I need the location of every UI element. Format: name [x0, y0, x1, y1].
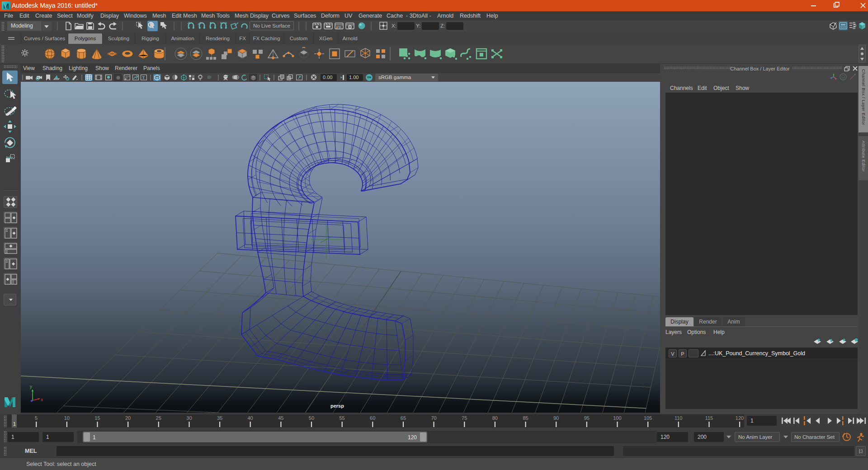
- svg-text:IPR: IPR: [336, 25, 342, 29]
- svg-text:65: 65: [401, 415, 406, 421]
- svg-text:60: 60: [370, 415, 375, 421]
- svg-text:5: 5: [35, 415, 38, 421]
- svg-text:75: 75: [462, 415, 467, 421]
- svg-text:105: 105: [644, 415, 652, 421]
- svg-text:1: 1: [13, 421, 16, 427]
- svg-text:45: 45: [278, 415, 283, 421]
- svg-text:55: 55: [339, 415, 344, 421]
- svg-text:20: 20: [125, 415, 131, 421]
- svg-text:30: 30: [186, 415, 192, 421]
- svg-text:x: x: [41, 397, 43, 402]
- svg-text:persp: persp: [330, 403, 344, 409]
- svg-text:120: 120: [736, 415, 744, 421]
- svg-text:70: 70: [431, 415, 436, 421]
- svg-text:25: 25: [156, 415, 161, 421]
- svg-text:90: 90: [553, 415, 559, 421]
- svg-text:80: 80: [492, 415, 498, 421]
- svg-text:T: T: [142, 75, 145, 80]
- svg-text:15: 15: [94, 415, 100, 421]
- svg-text:10: 10: [64, 415, 70, 421]
- svg-text:85: 85: [523, 415, 528, 421]
- svg-text:y: y: [30, 384, 32, 389]
- svg-text:95: 95: [584, 415, 590, 421]
- svg-text:115: 115: [705, 415, 713, 421]
- svg-text:35: 35: [217, 415, 222, 421]
- svg-text:40: 40: [247, 415, 253, 421]
- svg-text:100: 100: [613, 415, 621, 421]
- svg-text:110: 110: [675, 415, 683, 421]
- svg-text:50: 50: [309, 415, 314, 421]
